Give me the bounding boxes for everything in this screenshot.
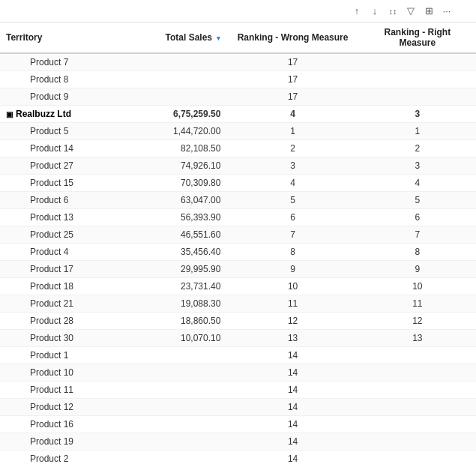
col-header-territory-label: Territory bbox=[6, 32, 42, 43]
cell-sales bbox=[128, 347, 226, 364]
cell-territory: Product 18 bbox=[0, 278, 128, 295]
cell-sales bbox=[128, 416, 226, 433]
cell-ranking-right: 9 bbox=[359, 261, 476, 278]
table-icon[interactable]: ⊞ bbox=[422, 4, 436, 18]
table-row: Product 4 35,456.40 8 8 bbox=[0, 244, 476, 261]
cell-ranking-wrong: 8 bbox=[226, 244, 358, 261]
cell-territory: Product 10 bbox=[0, 364, 128, 382]
table-row: Product 30 10,070.10 13 13 bbox=[0, 330, 476, 347]
cell-territory: Product 4 bbox=[0, 244, 128, 261]
cell-sales: 23,731.40 bbox=[128, 278, 226, 295]
table-row: Product 14 82,108.50 2 2 bbox=[0, 140, 476, 157]
cell-sales bbox=[128, 364, 226, 382]
cell-ranking-wrong: 17 bbox=[226, 88, 358, 106]
col-header-ranking-wrong-label: Ranking - Wrong Measure bbox=[238, 32, 349, 43]
cell-group-ranking-wrong: 4 bbox=[226, 106, 358, 123]
col-header-ranking-right[interactable]: Ranking - Right Measure bbox=[359, 22, 476, 53]
cell-territory: Product 30 bbox=[0, 330, 128, 347]
cell-sales: 10,070.10 bbox=[128, 330, 226, 347]
table-row: Product 19 14 bbox=[0, 433, 476, 451]
cell-territory: Product 13 bbox=[0, 209, 128, 226]
cell-ranking-right bbox=[359, 364, 476, 382]
cell-territory: Product 7 bbox=[0, 53, 128, 71]
cell-ranking-wrong: 6 bbox=[226, 209, 358, 226]
cell-sales bbox=[128, 399, 226, 416]
cell-ranking-right bbox=[359, 399, 476, 416]
table-row: Product 21 19,088.30 11 11 bbox=[0, 295, 476, 313]
cell-ranking-wrong: 14 bbox=[226, 399, 358, 416]
cell-ranking-wrong: 5 bbox=[226, 192, 358, 209]
cell-ranking-right: 13 bbox=[359, 330, 476, 347]
table-row: Product 7 17 bbox=[0, 53, 476, 71]
sort-asc-icon[interactable]: ↑ bbox=[350, 4, 364, 18]
col-header-ranking-wrong[interactable]: Ranking - Wrong Measure bbox=[226, 22, 358, 53]
cell-ranking-wrong: 3 bbox=[226, 157, 358, 175]
cell-ranking-right: 5 bbox=[359, 192, 476, 209]
cell-sales: 74,926.10 bbox=[128, 157, 226, 175]
cell-territory: Product 25 bbox=[0, 226, 128, 244]
cell-sales bbox=[128, 53, 226, 71]
table-header-row: Territory Total Sales ▾ Ranking - Wrong … bbox=[0, 22, 476, 53]
cell-sales bbox=[128, 88, 226, 106]
cell-ranking-wrong: 13 bbox=[226, 330, 358, 347]
cell-sales: 29,995.90 bbox=[128, 261, 226, 278]
cell-ranking-right bbox=[359, 416, 476, 433]
cell-sales: 56,393.90 bbox=[128, 209, 226, 226]
cell-territory: Product 8 bbox=[0, 71, 128, 88]
cell-ranking-wrong: 11 bbox=[226, 295, 358, 313]
toolbar: ↑ ↓ ↕↕ ▽ ⊞ ··· bbox=[0, 0, 476, 22]
sales-sort-indicator: ▾ bbox=[217, 34, 220, 42]
cell-sales: 46,551.60 bbox=[128, 226, 226, 244]
cell-ranking-wrong: 14 bbox=[226, 364, 358, 382]
cell-ranking-right bbox=[359, 347, 476, 364]
group-row: ▣Realbuzz Ltd 6,75,259.50 4 3 bbox=[0, 106, 476, 123]
expand-icon[interactable]: ▣ bbox=[6, 110, 13, 118]
table-row: Product 12 14 bbox=[0, 399, 476, 416]
filter-icon[interactable]: ▽ bbox=[404, 4, 418, 18]
cell-ranking-right bbox=[359, 71, 476, 88]
cell-territory: Product 1 bbox=[0, 347, 128, 364]
cell-ranking-wrong: 14 bbox=[226, 451, 358, 468]
table-row: Product 5 1,44,720.00 1 1 bbox=[0, 123, 476, 140]
table-row: Product 8 17 bbox=[0, 71, 476, 88]
col-header-territory[interactable]: Territory bbox=[0, 22, 128, 53]
cell-sales: 35,456.40 bbox=[128, 244, 226, 261]
cell-territory: Product 16 bbox=[0, 416, 128, 433]
table-row: Product 27 74,926.10 3 3 bbox=[0, 157, 476, 175]
cell-territory: Product 17 bbox=[0, 261, 128, 278]
cell-territory: Product 28 bbox=[0, 313, 128, 330]
cell-ranking-wrong: 12 bbox=[226, 313, 358, 330]
cell-territory: Product 15 bbox=[0, 175, 128, 192]
cell-ranking-wrong: 9 bbox=[226, 261, 358, 278]
cell-ranking-right: 8 bbox=[359, 244, 476, 261]
sort-az-icon[interactable]: ↕↕ bbox=[386, 4, 400, 18]
cell-sales: 19,088.30 bbox=[128, 295, 226, 313]
cell-ranking-right bbox=[359, 451, 476, 468]
cell-sales: 63,047.00 bbox=[128, 192, 226, 209]
cell-ranking-wrong: 14 bbox=[226, 347, 358, 364]
table-row: Product 17 29,995.90 9 9 bbox=[0, 261, 476, 278]
more-options-icon[interactable]: ··· bbox=[440, 4, 454, 18]
cell-territory: Product 19 bbox=[0, 433, 128, 451]
cell-sales bbox=[128, 71, 226, 88]
cell-sales: 82,108.50 bbox=[128, 140, 226, 157]
cell-ranking-right bbox=[359, 433, 476, 451]
table-row: Product 2 14 bbox=[0, 451, 476, 468]
cell-sales bbox=[128, 451, 226, 468]
cell-territory: Product 5 bbox=[0, 123, 128, 140]
table-row: Product 16 14 bbox=[0, 416, 476, 433]
cell-ranking-wrong: 17 bbox=[226, 53, 358, 71]
cell-sales: 18,860.50 bbox=[128, 313, 226, 330]
cell-ranking-wrong: 17 bbox=[226, 71, 358, 88]
cell-ranking-right: 6 bbox=[359, 209, 476, 226]
cell-ranking-right: 11 bbox=[359, 295, 476, 313]
cell-ranking-wrong: 10 bbox=[226, 278, 358, 295]
col-header-sales[interactable]: Total Sales ▾ bbox=[128, 22, 226, 53]
sort-desc-icon[interactable]: ↓ bbox=[368, 4, 382, 18]
table-row: Product 28 18,860.50 12 12 bbox=[0, 313, 476, 330]
cell-sales: 70,309.80 bbox=[128, 175, 226, 192]
cell-ranking-right bbox=[359, 382, 476, 399]
table-row: Product 18 23,731.40 10 10 bbox=[0, 278, 476, 295]
table-row: Product 15 70,309.80 4 4 bbox=[0, 175, 476, 192]
cell-ranking-right: 2 bbox=[359, 140, 476, 157]
